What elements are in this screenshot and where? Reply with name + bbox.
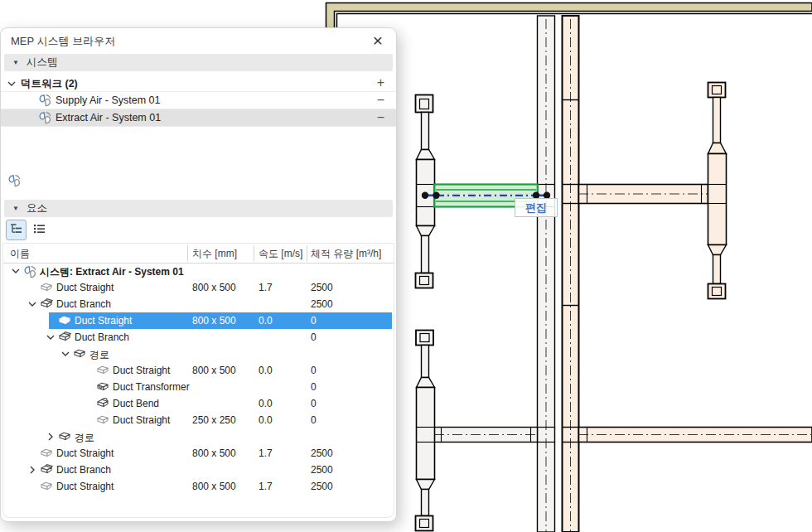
column-header-name[interactable]: 이름 (10, 247, 30, 261)
element-dimension: 250 x 250 (192, 414, 236, 426)
system-item-extract-air-system-01[interactable]: Extract Air - System 01− (1, 109, 396, 127)
duct-straight-icon (58, 315, 71, 327)
revit-mep-window: 편집 MEP 시스템 브라우저 × ▼ 시스템 덕트워크 (2) + Suppl… (0, 0, 812, 532)
table-row[interactable]: Duct Straight800 x 5000.00 (3, 312, 394, 329)
table-row[interactable]: Duct Straight800 x 5001.72500 (3, 478, 394, 495)
element-velocity: 0.0 (259, 365, 273, 376)
duct-straight-icon (96, 414, 109, 427)
endpoint-handle (422, 192, 428, 199)
system-item-supply-air-system-01[interactable]: Supply Air - System 01− (1, 92, 396, 109)
systems-section-header[interactable]: ▼ 시스템 (4, 54, 393, 71)
table-row[interactable]: Duct Straight800 x 5001.72500 (3, 445, 394, 462)
element-name: Duct Straight (113, 365, 170, 376)
element-name: Duct Straight (75, 315, 132, 326)
table-row[interactable]: 경로 (3, 346, 394, 362)
duct-horizontal-lower-left[interactable] (434, 428, 538, 443)
air-terminal-assembly-lower-left[interactable] (416, 331, 435, 531)
element-velocity: 1.7 (259, 481, 273, 492)
ductwork-group-row[interactable]: 덕트워크 (2) + (1, 74, 396, 92)
column-separator[interactable] (254, 245, 254, 261)
element-name: Duct Straight (113, 414, 170, 426)
element-velocity: 0.0 (259, 398, 273, 409)
element-name: Duct Branch (56, 298, 111, 310)
tree-view-button[interactable] (6, 220, 27, 240)
column-header-velocity[interactable]: 속도 [m/s] (259, 247, 302, 261)
element-flow: 0 (311, 315, 317, 326)
duct-straight-icon (40, 481, 53, 493)
collapse-triangle-icon: ▼ (12, 59, 19, 66)
element-name: Duct Straight (56, 282, 114, 293)
chevron-down-icon[interactable] (28, 299, 36, 311)
duct-riser-left[interactable] (538, 16, 555, 532)
element-dimension: 800 x 500 (192, 282, 236, 293)
table-row[interactable]: Duct Transformer0 (3, 379, 394, 395)
fan-icon (38, 94, 52, 110)
duct-bend-icon (96, 398, 109, 410)
ductwork-group-label: 덕트워크 (2) (21, 77, 78, 91)
element-dimension: 800 x 500 (192, 447, 236, 459)
panel-title: MEP 시스템 브라우저 (11, 34, 115, 49)
air-terminal-assembly-upper-right[interactable] (708, 83, 727, 299)
table-row[interactable]: Duct Branch0 (3, 329, 394, 346)
chevron-down-icon[interactable] (46, 332, 55, 344)
duct-horizontal-lower-right[interactable] (578, 428, 812, 443)
table-row[interactable]: 시스템: Extract Air - System 01 (3, 263, 394, 279)
column-separator[interactable] (307, 245, 307, 261)
add-system-icon[interactable]: + (377, 75, 384, 90)
table-row[interactable]: 경로 (3, 428, 394, 445)
table-row[interactable]: Duct Bend0.00 (3, 395, 394, 412)
column-header-dimension[interactable]: 치수 [mm] (192, 247, 237, 261)
duct-straight-icon (40, 447, 53, 460)
systems-section-label: 시스템 (27, 56, 58, 70)
table-header-row: 이름 치수 [mm] 속도 [m/s] 체적 유량 [m³/h] (3, 244, 394, 264)
edit-button-label: 편집 (525, 201, 547, 215)
element-name: Duct Branch (75, 331, 129, 343)
element-velocity: 1.7 (259, 282, 273, 293)
element-name: Duct Branch (56, 464, 111, 476)
table-row[interactable]: Duct Branch2500 (3, 462, 394, 478)
column-separator[interactable] (187, 245, 188, 261)
element-name: Duct Transformer (113, 381, 190, 393)
remove-system-icon[interactable]: − (377, 110, 384, 125)
element-velocity: 1.7 (259, 447, 273, 459)
chevron-down-icon[interactable] (61, 349, 70, 360)
table-row[interactable]: Duct Branch2500 (3, 296, 394, 312)
element-name: 경로 (75, 431, 94, 445)
element-flow: 0 (311, 398, 317, 409)
view-mode-toolbar (6, 220, 50, 242)
elements-table: 이름 치수 [mm] 속도 [m/s] 체적 유량 [m³/h] 시스템: Ex… (2, 243, 394, 518)
system-item-label: Supply Air - System 01 (56, 94, 160, 106)
list-view-button[interactable] (29, 220, 50, 240)
duct-route-icon (58, 431, 71, 443)
chevron-right-icon[interactable] (46, 432, 55, 443)
remove-system-icon[interactable]: − (377, 93, 384, 108)
column-header-flow[interactable]: 체적 유량 [m³/h] (311, 247, 381, 261)
element-velocity: 0.0 (259, 414, 273, 426)
collapse-triangle-icon: ▼ (12, 205, 19, 212)
element-name: 시스템: Extract Air - System 01 (40, 265, 184, 279)
table-row[interactable]: Duct Straight800 x 5000.00 (3, 362, 394, 379)
element-flow: 0 (311, 365, 317, 376)
element-name: Duct Straight (56, 481, 114, 492)
system-fan-icon (7, 174, 22, 191)
list-view-icon (33, 223, 46, 237)
element-dimension: 800 x 500 (192, 315, 236, 326)
edit-button[interactable]: 편집 (515, 198, 558, 217)
chevron-right-icon[interactable] (28, 465, 36, 476)
duct-riser-right[interactable] (563, 16, 579, 532)
air-terminal-assembly-upper-left[interactable] (416, 95, 435, 288)
duct-branch-icon (40, 298, 53, 311)
table-row[interactable]: Duct Straight800 x 5001.72500 (3, 279, 394, 296)
duct-transformer-icon (96, 381, 109, 394)
elements-section-label: 요소 (27, 201, 47, 215)
elements-section-header[interactable]: ▼ 요소 (4, 200, 393, 217)
chevron-down-icon[interactable] (12, 266, 20, 278)
close-icon[interactable]: × (368, 30, 388, 51)
tree-view-icon (10, 223, 22, 237)
element-dimension: 800 x 500 (192, 365, 236, 376)
table-row[interactable]: Duct Straight250 x 2500.00 (3, 412, 394, 428)
panel-titlebar: MEP 시스템 브라우저 × (1, 28, 396, 53)
fan-icon (38, 111, 52, 128)
element-name: 경로 (89, 348, 109, 362)
duct-horizontal-upper-right[interactable] (578, 185, 708, 204)
